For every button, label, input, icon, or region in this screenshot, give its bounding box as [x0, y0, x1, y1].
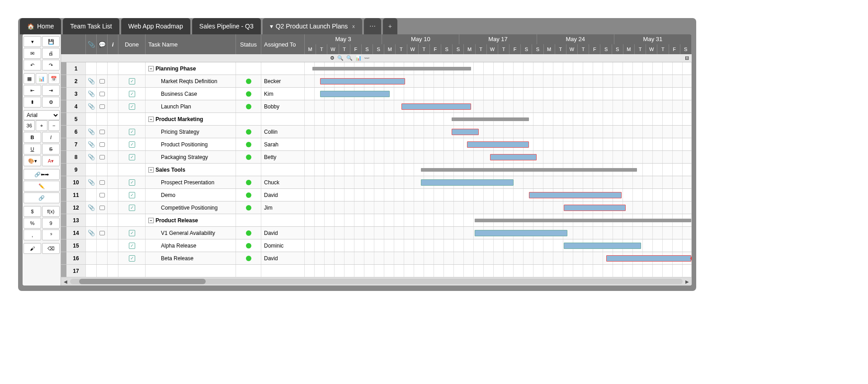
- scroll-right-icon[interactable]: ▶: [685, 279, 689, 284]
- attach-cell[interactable]: [86, 265, 97, 277]
- zoom-in-icon[interactable]: 🔍: [337, 55, 344, 61]
- attach-cell[interactable]: 📎: [86, 88, 97, 100]
- undo-button[interactable]: ↶: [24, 60, 41, 70]
- attach-cell[interactable]: 📎: [86, 75, 97, 87]
- task-cell[interactable]: −Product Marketing: [146, 113, 236, 125]
- redo-button[interactable]: ↷: [42, 60, 60, 70]
- gantt-cell[interactable]: [305, 176, 692, 188]
- task-bar[interactable]: [490, 154, 537, 160]
- done-cell[interactable]: ✓: [118, 189, 146, 201]
- table-row[interactable]: 6📎✓Pricing StrategyCollin: [61, 126, 692, 138]
- checkbox-checked-icon[interactable]: ✓: [129, 255, 135, 262]
- row-handle[interactable]: [61, 164, 66, 176]
- comment-cell[interactable]: [97, 100, 108, 112]
- status-cell[interactable]: [236, 126, 261, 138]
- row-handle[interactable]: [61, 113, 66, 125]
- checkbox-checked-icon[interactable]: ✓: [129, 78, 135, 84]
- status-cell[interactable]: [236, 201, 261, 214]
- assigned-cell[interactable]: Chuck: [261, 176, 305, 188]
- row-header[interactable]: 1: [61, 62, 86, 75]
- comment-cell[interactable]: [97, 214, 108, 226]
- underline-button[interactable]: U: [24, 144, 41, 155]
- checkbox-checked-icon[interactable]: ✓: [129, 179, 135, 186]
- chart-icon[interactable]: 📊: [355, 55, 362, 61]
- grid-view-button[interactable]: ▦: [24, 73, 35, 84]
- row-handle[interactable]: [61, 227, 66, 239]
- collapse-icon[interactable]: −: [148, 66, 154, 71]
- row-header[interactable]: 4: [61, 100, 86, 112]
- info-cell[interactable]: [108, 138, 118, 150]
- row-handle[interactable]: [61, 189, 66, 201]
- done-cell[interactable]: [118, 164, 146, 176]
- assigned-cell[interactable]: [261, 113, 305, 125]
- done-cell[interactable]: ✓: [118, 75, 146, 87]
- table-row[interactable]: 3📎✓Business CaseKim: [61, 88, 692, 100]
- assigned-cell[interactable]: [261, 265, 305, 277]
- done-cell[interactable]: [118, 214, 146, 226]
- summary-bar[interactable]: [421, 168, 637, 172]
- gantt-cell[interactable]: [305, 88, 692, 100]
- sort-button[interactable]: ⬍: [24, 97, 41, 108]
- tab-1[interactable]: Team Task List: [63, 18, 119, 34]
- comment-cell[interactable]: [97, 252, 108, 264]
- tab-0[interactable]: Home: [20, 18, 61, 34]
- print-button[interactable]: 🖨: [42, 48, 60, 59]
- number-button[interactable]: 9: [42, 218, 60, 229]
- gantt-cell[interactable]: [305, 100, 692, 112]
- task-cell[interactable]: Competitive Positioning: [146, 201, 236, 214]
- task-bar[interactable]: [564, 205, 626, 211]
- comment-cell[interactable]: [97, 151, 108, 163]
- done-cell[interactable]: ✓: [118, 151, 146, 163]
- assigned-cell[interactable]: Becker: [261, 75, 305, 87]
- horizontal-scrollbar[interactable]: ◀ ▶: [61, 277, 692, 286]
- gantt-cell[interactable]: [305, 214, 692, 226]
- task-bar[interactable]: [467, 141, 529, 148]
- bold-button[interactable]: B: [24, 132, 41, 143]
- comment-cell[interactable]: [97, 126, 108, 138]
- gantt-cell[interactable]: [305, 126, 692, 138]
- status-cell[interactable]: [236, 265, 261, 277]
- status-cell[interactable]: [236, 252, 261, 264]
- checkbox-checked-icon[interactable]: ✓: [129, 154, 135, 160]
- done-cell[interactable]: [118, 113, 146, 125]
- checkbox-checked-icon[interactable]: ✓: [129, 103, 135, 110]
- gear-icon[interactable]: ⚙: [330, 55, 335, 61]
- comment-cell[interactable]: [97, 88, 108, 100]
- task-cell[interactable]: V1 General Availability: [146, 227, 236, 239]
- info-cell[interactable]: [108, 265, 118, 277]
- task-cell[interactable]: Beta Release: [146, 252, 236, 264]
- collapse-icon[interactable]: −: [148, 117, 154, 122]
- status-cell[interactable]: [236, 214, 261, 226]
- decimal-button[interactable]: ⁹: [42, 229, 60, 240]
- checkbox-checked-icon[interactable]: ✓: [129, 141, 135, 148]
- row-handle[interactable]: [61, 75, 66, 87]
- row-header[interactable]: 3: [61, 88, 86, 100]
- status-cell[interactable]: [236, 75, 261, 87]
- row-header[interactable]: 17: [61, 265, 86, 277]
- task-bar[interactable]: [401, 103, 471, 110]
- info-cell[interactable]: [108, 100, 118, 112]
- row-handle[interactable]: [61, 201, 66, 214]
- text-color-button[interactable]: A▾: [42, 155, 60, 166]
- table-row[interactable]: 15✓Alpha ReleaseDominic: [61, 239, 692, 252]
- gantt-cell[interactable]: [305, 189, 692, 201]
- assigned-cell[interactable]: Betty: [261, 151, 305, 163]
- save-button[interactable]: 💾: [42, 36, 60, 47]
- attach-cell[interactable]: [86, 214, 97, 226]
- comment-cell[interactable]: [97, 113, 108, 125]
- checkbox-checked-icon[interactable]: ✓: [129, 243, 135, 249]
- done-cell[interactable]: ✓: [118, 227, 146, 239]
- checkbox-checked-icon[interactable]: ✓: [129, 91, 135, 97]
- status-cell[interactable]: [236, 189, 261, 201]
- tab-overflow-button[interactable]: ⋯: [364, 18, 381, 34]
- info-cell[interactable]: [108, 62, 118, 75]
- done-cell[interactable]: [118, 62, 146, 75]
- task-cell[interactable]: Pricing Strategy: [146, 126, 236, 138]
- tab-2[interactable]: Web App Roadmap: [121, 18, 190, 34]
- scroll-track[interactable]: [70, 279, 683, 284]
- italic-button[interactable]: I: [42, 132, 60, 143]
- row-handle[interactable]: [61, 100, 66, 112]
- info-col-header[interactable]: i: [108, 34, 118, 54]
- task-bar[interactable]: [475, 230, 567, 236]
- gantt-cell[interactable]: [305, 164, 692, 176]
